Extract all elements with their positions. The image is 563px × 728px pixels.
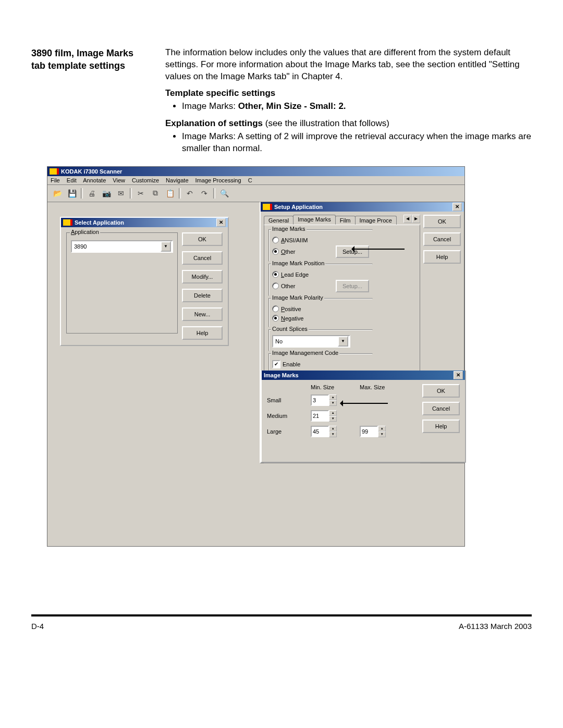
- footer-rule: [31, 614, 532, 616]
- select-application-dialog: Select Application ✕ Application 3890 ▼: [60, 217, 229, 346]
- main-window-title: KODAK i7300 Scanner: [61, 168, 122, 175]
- bullet-image-marks-setting: Image Marks: Other, Min Size - Small: 2.: [182, 101, 532, 113]
- position-legend: Image Mark Position: [271, 260, 325, 266]
- kodak-icon: [50, 168, 59, 175]
- cancel-button[interactable]: Cancel: [423, 232, 461, 246]
- setup-application-dialog: Setup Application ✕ General Image Marks …: [260, 202, 464, 463]
- tab-general[interactable]: General: [264, 216, 293, 225]
- image-marks-dialog: Image Marks ✕ Min. Size Max. Size Small …: [261, 371, 466, 463]
- paste-icon[interactable]: 📋: [163, 187, 177, 200]
- tab-image-proce[interactable]: Image Proce: [355, 216, 397, 225]
- application-combo[interactable]: 3890 ▼: [71, 240, 173, 253]
- polarity-legend: Image Mark Polarity: [271, 294, 324, 301]
- copy-icon[interactable]: ⧉: [149, 187, 162, 200]
- email-icon[interactable]: ✉: [114, 187, 128, 200]
- menu-cutoff[interactable]: C: [248, 177, 252, 183]
- setup-button-disabled: Setup...: [336, 280, 369, 292]
- menu-imageproc[interactable]: Image Processing: [195, 177, 241, 183]
- image-marks-title: Image Marks: [264, 372, 299, 378]
- arrow-annotation: [352, 249, 405, 250]
- kodak-icon: [63, 219, 72, 226]
- select-app-title: Select Application: [75, 219, 124, 226]
- template-subheading: Template specific settings: [165, 88, 532, 98]
- count-splices-combo[interactable]: No ▼: [272, 335, 350, 348]
- help-button[interactable]: Help: [423, 250, 461, 264]
- cancel-button[interactable]: Cancel: [422, 402, 460, 415]
- radio-other[interactable]: Other: [272, 248, 296, 256]
- document-page: 3890 film, Image Marks tab template sett…: [0, 0, 563, 646]
- medium-min-spinner[interactable]: 21 ▲▼: [311, 410, 337, 422]
- footer-page: D-4: [31, 622, 44, 631]
- ok-button[interactable]: OK: [423, 215, 461, 228]
- save-icon[interactable]: 💾: [65, 187, 79, 200]
- redo-icon[interactable]: ↷: [198, 187, 211, 200]
- print-icon[interactable]: 🖨: [85, 187, 99, 200]
- screenshot-mock: KODAK i7300 Scanner File Edit Annotate V…: [47, 166, 474, 547]
- ok-button[interactable]: OK: [422, 384, 460, 398]
- menubar: File Edit Annotate View Customize Naviga…: [47, 176, 464, 185]
- menu-file[interactable]: File: [51, 177, 60, 183]
- radio-negative[interactable]: Negative: [272, 314, 369, 323]
- tab-scroll-right-icon[interactable]: ▶: [412, 215, 420, 223]
- menu-annotate[interactable]: Annotate: [83, 177, 106, 183]
- footer-doc-id: A-61133 March 2003: [459, 622, 532, 631]
- radio-pos-other[interactable]: Other: [272, 282, 296, 290]
- mgmt-code-legend: Image Management Code: [271, 350, 339, 356]
- row-large-label: Large: [267, 428, 298, 435]
- close-icon[interactable]: ✕: [454, 371, 463, 379]
- undo-icon[interactable]: ↶: [183, 187, 197, 200]
- arrow-annotation: [341, 403, 388, 404]
- main-window: KODAK i7300 Scanner File Edit Annotate V…: [47, 166, 465, 547]
- check-enable[interactable]: ✔Enable: [272, 360, 369, 368]
- col-min-size: Min. Size: [311, 384, 347, 390]
- help-button[interactable]: Help: [422, 419, 460, 433]
- radio-lead-edge[interactable]: Lead Edge: [272, 270, 369, 279]
- main-window-titlebar: KODAK i7300 Scanner: [47, 167, 464, 176]
- bullet-explanation: Image Marks: A setting of 2 will improve…: [182, 131, 532, 155]
- open-icon[interactable]: 📂: [51, 187, 64, 200]
- explanation-line: Explanation of settings (see the illustr…: [165, 118, 532, 130]
- close-icon[interactable]: ✕: [216, 218, 226, 227]
- intro-paragraph: The information below includes only the …: [165, 47, 532, 83]
- close-icon[interactable]: ✕: [452, 203, 462, 211]
- cut-icon[interactable]: ✂: [134, 187, 148, 200]
- toolbar: 📂 💾 🖨 📷 ✉ ✂ ⧉ 📋 ↶ ↷ 🔍: [47, 185, 464, 202]
- setup-app-title: Setup Application: [274, 204, 323, 210]
- tab-film[interactable]: Film: [335, 216, 356, 225]
- menu-navigate[interactable]: Navigate: [166, 177, 188, 183]
- application-legend: Application: [70, 229, 100, 235]
- radio-ansi[interactable]: ANSI/AIIM: [272, 236, 369, 244]
- tab-image-marks[interactable]: Image Marks: [293, 215, 336, 225]
- image-marks-legend: Image Marks: [271, 226, 307, 232]
- row-medium-label: Medium: [267, 413, 298, 419]
- tab-scroll-left-icon[interactable]: ◀: [403, 215, 412, 223]
- large-max-spinner[interactable]: 99 ▲▼: [360, 426, 386, 437]
- section-heading: 3890 film, Image Marks tab template sett…: [31, 47, 149, 72]
- row-small-label: Small: [267, 397, 298, 403]
- radio-positive[interactable]: Positive: [272, 305, 369, 313]
- chevron-down-icon[interactable]: ▼: [161, 241, 171, 252]
- chevron-down-icon[interactable]: ▼: [338, 336, 348, 347]
- count-splices-legend: Count Splices: [271, 326, 309, 332]
- zoom-icon[interactable]: 🔍: [217, 187, 231, 200]
- menu-customize[interactable]: Customize: [132, 177, 159, 183]
- ok-button[interactable]: OK: [182, 232, 223, 246]
- large-min-spinner[interactable]: 45 ▲▼: [311, 426, 337, 437]
- kodak-icon: [263, 204, 272, 210]
- small-min-spinner[interactable]: 3 ▲▼: [311, 394, 337, 406]
- col-max-size: Max. Size: [360, 384, 396, 390]
- scan-icon[interactable]: 📷: [100, 187, 113, 200]
- menu-edit[interactable]: Edit: [67, 177, 77, 183]
- modify-button[interactable]: Modify...: [182, 270, 223, 283]
- new-button[interactable]: New...: [182, 307, 223, 321]
- delete-button[interactable]: Delete: [182, 289, 223, 302]
- help-button[interactable]: Help: [182, 326, 223, 340]
- cancel-button[interactable]: Cancel: [182, 251, 223, 265]
- menu-view[interactable]: View: [113, 177, 125, 183]
